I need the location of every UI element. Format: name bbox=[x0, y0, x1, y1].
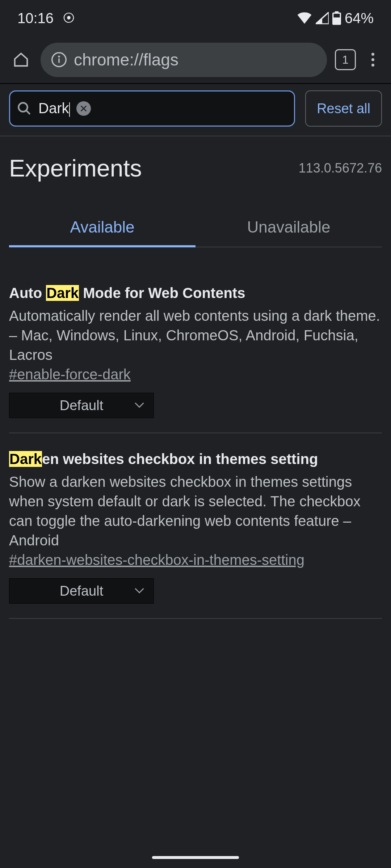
search-box[interactable]: Dark bbox=[9, 90, 295, 127]
svg-rect-2 bbox=[333, 14, 340, 17]
tab-count-text: 1 bbox=[342, 53, 349, 67]
svg-point-6 bbox=[18, 103, 28, 112]
flag-title: Auto Dark Mode for Web Contents bbox=[9, 284, 382, 302]
version-text: 113.0.5672.76 bbox=[299, 161, 382, 176]
svg-line-7 bbox=[26, 110, 30, 114]
tab-available[interactable]: Available bbox=[9, 209, 196, 247]
flag-anchor-link[interactable]: #enable-force-dark bbox=[9, 366, 131, 383]
battery-icon bbox=[332, 11, 341, 25]
flag-select[interactable]: Default bbox=[9, 393, 154, 418]
wifi-icon bbox=[297, 12, 312, 24]
hotspot-icon: ⦿ bbox=[63, 11, 75, 25]
flag-description: Show a darken websites checkbox in theme… bbox=[9, 472, 382, 550]
overflow-menu-button[interactable] bbox=[364, 49, 382, 71]
home-icon bbox=[13, 51, 29, 68]
flag-anchor-link[interactable]: #darken-websites-checkbox-in-themes-sett… bbox=[9, 552, 304, 568]
url-bar[interactable]: chrome://flags bbox=[41, 43, 327, 77]
svg-point-5 bbox=[58, 56, 60, 58]
search-highlight: Dark bbox=[46, 285, 79, 301]
flag-list: Auto Dark Mode for Web Contents Automati… bbox=[9, 247, 382, 619]
chevron-down-icon bbox=[134, 587, 144, 595]
svg-rect-1 bbox=[335, 11, 339, 13]
browser-toolbar: chrome://flags 1 bbox=[0, 36, 391, 83]
search-icon bbox=[17, 101, 32, 116]
reset-all-button[interactable]: Reset all bbox=[305, 90, 382, 127]
gesture-nav-bar[interactable] bbox=[152, 856, 239, 859]
flag-title: Darken websites checkbox in themes setti… bbox=[9, 450, 382, 468]
page-header: Experiments 113.0.5672.76 bbox=[9, 136, 382, 195]
clear-search-button[interactable] bbox=[76, 101, 91, 116]
dots-icon bbox=[371, 53, 374, 56]
status-bar: 10:16 ⦿ 64% bbox=[0, 0, 391, 36]
close-icon bbox=[80, 105, 88, 112]
signal-icon bbox=[316, 12, 329, 24]
search-input[interactable]: Dark bbox=[38, 100, 70, 116]
home-button[interactable] bbox=[9, 48, 33, 72]
status-time: 10:16 bbox=[17, 10, 54, 26]
search-row: Dark Reset all bbox=[9, 90, 382, 136]
url-text: chrome://flags bbox=[74, 50, 178, 69]
flag-select[interactable]: Default bbox=[9, 578, 154, 604]
battery-text: 64% bbox=[345, 10, 374, 26]
tab-switcher-button[interactable]: 1 bbox=[335, 49, 356, 70]
tab-unavailable[interactable]: Unavailable bbox=[196, 209, 382, 247]
flag-description: Automatically render all web contents us… bbox=[9, 306, 382, 365]
flag-item: Darken websites checkbox in themes setti… bbox=[9, 450, 382, 619]
flags-page: Dark Reset all Experiments 113.0.5672.76… bbox=[0, 84, 391, 619]
flag-item: Auto Dark Mode for Web Contents Automati… bbox=[9, 284, 382, 433]
info-icon bbox=[51, 52, 67, 67]
tabs: Available Unavailable bbox=[9, 209, 382, 247]
search-highlight: Dark bbox=[9, 451, 42, 467]
chevron-down-icon bbox=[134, 402, 144, 409]
page-title: Experiments bbox=[9, 154, 142, 182]
svg-rect-4 bbox=[58, 59, 60, 63]
